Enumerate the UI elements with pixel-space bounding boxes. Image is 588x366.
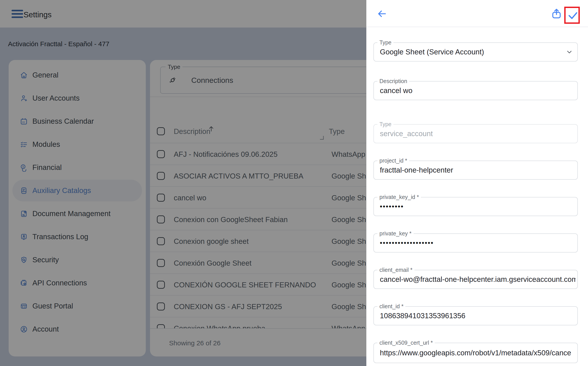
field-label: private_key_id * — [377, 194, 421, 200]
field-label: project_id * — [377, 157, 409, 164]
check-icon — [567, 9, 579, 21]
chevron-down-icon[interactable] — [565, 48, 573, 56]
project-id-field[interactable]: project_id * fracttal-one-helpcenter — [374, 160, 578, 180]
field-label: Description — [377, 78, 409, 84]
client-id-field[interactable]: client_id * 108638941031353961356 — [374, 306, 578, 325]
field-value: 108638941031353961356 — [380, 312, 564, 320]
type-select-field[interactable]: Type Google Sheet (Service Account) — [374, 42, 578, 61]
arrow-left-icon — [376, 8, 387, 19]
save-button[interactable] — [567, 9, 579, 21]
description-field[interactable]: Description cancel wo — [374, 81, 578, 100]
modal-backdrop[interactable] — [0, 0, 366, 366]
screen: Settings Activación Fracttal - Español -… — [0, 0, 588, 366]
share-button[interactable] — [551, 8, 562, 20]
private-key-id-field[interactable]: private_key_id * •••••••• — [374, 197, 578, 216]
field-value: service_account — [380, 130, 564, 138]
client-x509-cert-url-field[interactable]: client_x509_cert_url * https://www.googl… — [374, 343, 578, 363]
field-value: https://www.googleapis.com/robot/v1/meta… — [380, 349, 576, 357]
account-type-field: Type service_account — [374, 124, 578, 143]
field-value: cancel-wo@fracttal-one-helpcenter.iam.gs… — [380, 275, 576, 284]
field-value-masked: •••••••••••••••••• — [380, 239, 564, 247]
field-label: Type — [377, 39, 393, 46]
field-value: cancel wo — [380, 86, 564, 95]
field-value-masked: •••••••• — [380, 203, 564, 210]
private-key-field[interactable]: private_key * •••••••••••••••••• — [374, 233, 578, 252]
panel-toolbar — [366, 0, 588, 27]
field-label: client_id * — [377, 303, 405, 310]
field-label: client_email * — [377, 267, 414, 273]
field-label: private_key * — [377, 230, 414, 237]
field-label: Type — [377, 121, 393, 128]
client-email-field[interactable]: client_email * cancel-wo@fracttal-one-he… — [374, 270, 578, 289]
back-button[interactable] — [376, 8, 387, 19]
share-icon — [551, 8, 562, 20]
field-value: fracttal-one-helpcenter — [380, 166, 564, 174]
field-value: Google Sheet (Service Account) — [380, 48, 564, 56]
field-label: client_x509_cert_url * — [377, 340, 435, 346]
